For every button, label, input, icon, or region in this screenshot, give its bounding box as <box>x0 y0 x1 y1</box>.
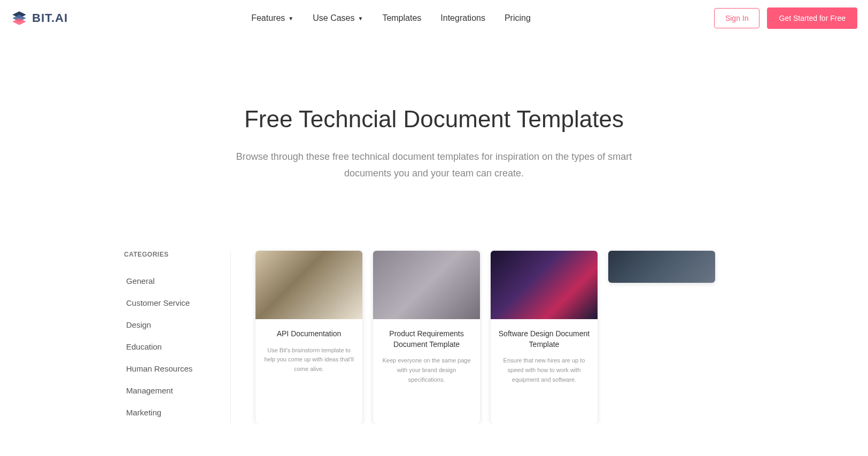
category-list: General Customer Service Design Educatio… <box>124 270 220 423</box>
card-title: Product Requirements Document Template <box>381 329 472 350</box>
sidebar-item-customer-service[interactable]: Customer Service <box>124 292 220 314</box>
card-title: API Documentation <box>263 329 355 339</box>
content: CATEGORIES General Customer Service Desi… <box>113 251 755 423</box>
template-card[interactable]: API Documentation Use Bit's brainstorm t… <box>255 251 362 423</box>
sidebar-item-general[interactable]: General <box>124 270 220 292</box>
card-image <box>608 251 715 283</box>
sidebar-item-human-resources[interactable]: Human Resources <box>124 358 220 380</box>
header: BIT.AI Features▼ Use Cases▼ Templates In… <box>0 0 868 36</box>
nav-templates[interactable]: Templates <box>382 13 421 23</box>
card-title: Software Design Document Template <box>498 329 590 350</box>
get-started-button[interactable]: Get Started for Free <box>767 7 857 29</box>
sidebar-item-marketing[interactable]: Marketing <box>124 401 220 423</box>
card-desc: Ensure that new hires are up to speed wi… <box>498 356 590 384</box>
hero: Free Techncial Document Templates Browse… <box>0 36 868 229</box>
sidebar-item-design[interactable]: Design <box>124 314 220 336</box>
nav-use-cases[interactable]: Use Cases▼ <box>313 13 363 23</box>
logo-icon <box>11 10 28 27</box>
template-grid: API Documentation Use Bit's brainstorm t… <box>231 251 744 423</box>
card-image <box>491 251 598 319</box>
nav-integrations[interactable]: Integrations <box>440 13 485 23</box>
sidebar-item-management[interactable]: Management <box>124 380 220 401</box>
sidebar: CATEGORIES General Customer Service Desi… <box>124 251 231 423</box>
card-body: API Documentation Use Bit's brainstorm t… <box>255 319 362 384</box>
template-card[interactable]: Software Design Document Template Ensure… <box>491 251 598 423</box>
card-desc: Use Bit's brainstorm template to help yo… <box>263 346 355 374</box>
template-card[interactable] <box>608 251 715 283</box>
main-nav: Features▼ Use Cases▼ Templates Integrati… <box>251 13 531 23</box>
template-card[interactable]: Product Requirements Document Template K… <box>373 251 480 423</box>
sidebar-item-education[interactable]: Education <box>124 336 220 358</box>
card-body: Product Requirements Document Template K… <box>373 319 480 395</box>
signin-button[interactable]: Sign In <box>714 8 760 28</box>
auth-buttons: Sign In Get Started for Free <box>714 7 857 29</box>
sidebar-title: CATEGORIES <box>124 251 220 258</box>
card-image <box>255 251 362 319</box>
chevron-down-icon: ▼ <box>288 16 293 21</box>
page-title: Free Techncial Document Templates <box>11 106 857 133</box>
nav-features[interactable]: Features▼ <box>251 13 293 23</box>
card-image <box>373 251 480 319</box>
page-subtitle: Browse through these free technical docu… <box>231 149 637 181</box>
nav-pricing[interactable]: Pricing <box>505 13 531 23</box>
card-desc: Keep everyone on the same page with your… <box>381 356 472 384</box>
logo-text: BIT.AI <box>32 11 68 25</box>
chevron-down-icon: ▼ <box>358 16 363 21</box>
logo[interactable]: BIT.AI <box>11 10 68 27</box>
card-body: Software Design Document Template Ensure… <box>491 319 598 395</box>
